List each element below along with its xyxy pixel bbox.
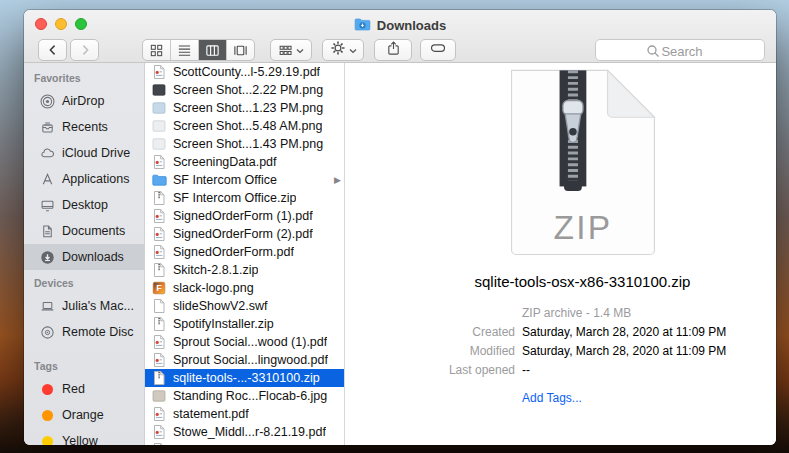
downloads-folder-icon: [354, 17, 371, 35]
zip-file-icon: [151, 316, 167, 332]
image-gray-file-icon: [151, 388, 167, 404]
search-field[interactable]: [595, 39, 765, 61]
list-item[interactable]: Screen Shot...1.43 PM.png: [145, 135, 344, 153]
last-opened-value: --: [522, 363, 776, 377]
window-title: Downloads: [377, 18, 446, 33]
list-item[interactable]: ScottCounty...l-5.29.19.pdf: [145, 63, 344, 81]
list-item[interactable]: SF Intercom Office.zip: [145, 189, 344, 207]
file-name: SignedOrderForm.pdf: [173, 245, 294, 259]
action-menu-button[interactable]: [322, 39, 364, 61]
sidebar-item-julias-mac[interactable]: Julia's Mac...: [24, 293, 144, 319]
list-item[interactable]: SpotifyInstaller.zip: [145, 315, 344, 333]
sidebar-item-label: Recents: [62, 120, 108, 134]
titlebar: Downloads: [24, 10, 776, 38]
sidebar: Favorites AirDrop Recents iCloud Drive A…: [24, 63, 145, 445]
image-dark-file-icon: [151, 82, 167, 98]
view-mode-segmented-control: [142, 39, 255, 61]
airdrop-icon: [39, 93, 55, 109]
close-window-button[interactable]: [35, 18, 47, 30]
list-item[interactable]: Screen Shot...1.23 PM.png: [145, 99, 344, 117]
doc-file-icon: [151, 298, 167, 314]
sidebar-item-label: Downloads: [62, 250, 124, 264]
list-item[interactable]: Screen Shot...2.22 PM.png: [145, 81, 344, 99]
list-item[interactable]: Stowe_Middl...r-8.21.19.pdf: [145, 423, 344, 441]
sidebar-item-recents[interactable]: Recents: [24, 114, 144, 140]
file-name: Skitch-2.8.1.zip: [173, 263, 258, 277]
minimize-window-button[interactable]: [55, 18, 67, 30]
list-item[interactable]: SignedOrderForm (2).pdf: [145, 225, 344, 243]
sidebar-item-applications[interactable]: Applications: [24, 166, 144, 192]
list-item[interactable]: slideShowV2.swf: [145, 297, 344, 315]
icon-view-button[interactable]: [143, 40, 171, 60]
folder-file-icon: [151, 172, 167, 188]
zip-file-icon: [151, 370, 167, 386]
sidebar-item-downloads[interactable]: Downloads: [24, 244, 144, 270]
sidebar-item-desktop[interactable]: Desktop: [24, 192, 144, 218]
image-blue-file-icon: [151, 100, 167, 116]
list-item[interactable]: ScreeningData.pdf: [145, 153, 344, 171]
modified-label: Modified: [345, 344, 515, 358]
file-name: Screen Shot...5.48 AM.png: [173, 119, 322, 133]
list-item[interactable]: SF Intercom Office▶: [145, 171, 344, 189]
pdf-file-icon: [151, 226, 167, 242]
sidebar-item-documents[interactable]: Documents: [24, 218, 144, 244]
forward-button[interactable]: [70, 39, 99, 61]
sidebar-item-tag-orange[interactable]: Orange: [24, 402, 144, 428]
list-item[interactable]: sqlite-tools-...-3310100.zip: [145, 369, 344, 387]
list-item[interactable]: Sprout Social...lingwood.pdf: [145, 351, 344, 369]
laptop-icon: [39, 298, 55, 314]
traffic-lights: [35, 18, 87, 30]
sidebar-item-tag-yellow[interactable]: Yellow: [24, 428, 144, 445]
list-item[interactable]: SignedOrderForm (1).pdf: [145, 207, 344, 225]
window-header: Downloads: [24, 10, 776, 63]
list-item[interactable]: SignedOrderForm.pdf: [145, 243, 344, 261]
documents-icon: [39, 223, 55, 239]
group-by-button[interactable]: [270, 39, 312, 61]
file-name: Screen Shot...1.43 PM.png: [173, 137, 323, 151]
disclosure-arrow-icon: ▶: [334, 176, 341, 185]
sidebar-item-label: Remote Disc: [62, 325, 134, 339]
pdf-file-icon: [151, 154, 167, 170]
tag-icon: [430, 40, 446, 60]
file-list-column: ScottCounty...l-5.29.19.pdfScreen Shot..…: [145, 63, 345, 445]
recents-icon: [39, 119, 55, 135]
list-item[interactable]: Fslack-logo.png: [145, 279, 344, 297]
list-item[interactable]: Skitch-2.8.1.zip: [145, 261, 344, 279]
pdf-file-icon: [151, 406, 167, 422]
file-name: slack-logo.png: [173, 281, 254, 295]
sidebar-item-tag-red[interactable]: Red: [24, 376, 144, 402]
list-item[interactable]: statement.pdf: [145, 405, 344, 423]
disc-icon: [39, 324, 55, 340]
sidebar-item-remote-disc[interactable]: Remote Disc: [24, 319, 144, 345]
edit-tags-button[interactable]: [420, 39, 456, 61]
back-button[interactable]: [38, 39, 67, 61]
search-input[interactable]: [596, 40, 768, 62]
file-name: SF Intercom Office: [173, 173, 277, 187]
column-view-button[interactable]: [199, 40, 227, 60]
gear-icon: [330, 40, 346, 60]
sidebar-item-airdrop[interactable]: AirDrop: [24, 88, 144, 114]
file-name: SF Intercom Office.zip: [173, 191, 296, 205]
svg-text:F: F: [156, 283, 162, 293]
pdf-file-icon: [151, 424, 167, 440]
list-item[interactable]: Screen Shot...5.48 AM.png: [145, 117, 344, 135]
sidebar-item-icloud-drive[interactable]: iCloud Drive: [24, 140, 144, 166]
add-tags-link[interactable]: Add Tags...: [522, 391, 776, 405]
navigation-buttons: [38, 39, 99, 61]
share-button[interactable]: [374, 39, 412, 61]
sidebar-item-label: Orange: [62, 408, 104, 422]
list-item[interactable]: Standing Roc...Flocab-6.jpg: [145, 387, 344, 405]
preview-metadata: ZIP archive - 1.4 MB Created Saturday, M…: [345, 306, 776, 405]
file-name: Screen Shot...1.23 PM.png: [173, 101, 323, 115]
zoom-window-button[interactable]: [75, 18, 87, 30]
image-light-file-icon: [151, 118, 167, 134]
gallery-view-button[interactable]: [227, 40, 254, 60]
image-light-file-icon: [151, 136, 167, 152]
sidebar-section-devices: Devices: [24, 274, 144, 293]
image-color-file-icon: F: [151, 280, 167, 296]
pdf-file-icon: [151, 244, 167, 260]
list-view-button[interactable]: [171, 40, 199, 60]
zip-file-icon: [151, 190, 167, 206]
list-item[interactable]: Sprout Social...wood (1).pdf: [145, 333, 344, 351]
list-item[interactable]: Stowe-Code...5.29.19.pdf: [145, 441, 344, 445]
